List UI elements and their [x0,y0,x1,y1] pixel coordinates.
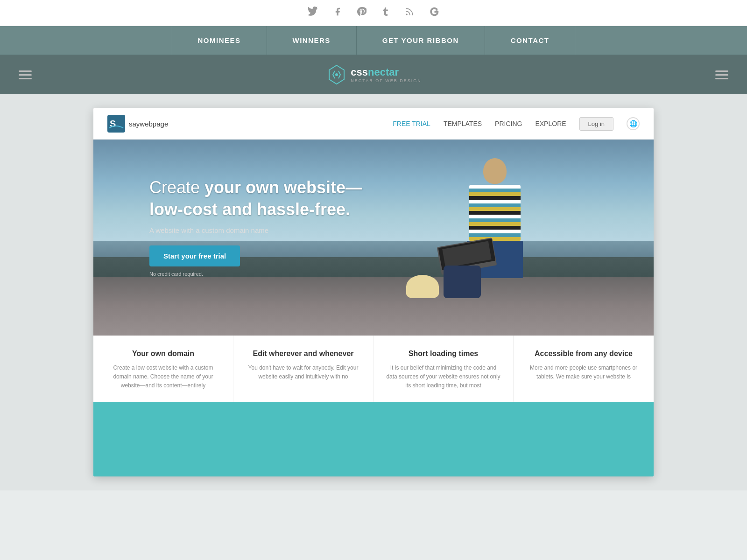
teal-bottom-section [93,402,654,476]
feature-domain: Your own domain Create a low-cost websit… [93,336,233,402]
preview-nav-explore[interactable]: EXPLORE [535,120,566,127]
site-header: cssnectar NECTAR OF WEB DESIGN [0,55,747,94]
nav-ribbon[interactable]: GET YOUR RIBBON [357,26,485,55]
feature-accessible-title: Accessible from any device [525,350,642,358]
main-content: S saywebpage FREE TRIAL TEMPLATES PRICIN… [0,94,747,490]
preview-login-button[interactable]: Log in [579,117,613,131]
nav-nominees[interactable]: NOMINEES [172,26,267,55]
hero-subtitle: A website with a custom domain name [149,226,362,234]
pinterest-icon[interactable] [357,7,366,19]
feature-edit-title: Edit wherever and whenever [245,350,362,358]
rss-icon[interactable] [405,7,414,19]
social-bar [0,0,747,26]
preview-nav-links: FREE TRIAL TEMPLATES PRICING EXPLORE Log… [393,117,640,131]
preview-window: S saywebpage FREE TRIAL TEMPLATES PRICIN… [93,108,654,476]
feature-loading-title: Short loading times [385,350,502,358]
hero-credit-text: No credit card required. [149,271,362,277]
facebook-icon[interactable] [333,7,342,19]
saywebpage-logo-icon: S [107,115,125,133]
hamburger-menu-right[interactable] [715,70,728,79]
feature-edit: Edit wherever and whenever You don't hav… [233,336,374,402]
preview-nav-pricing[interactable]: PRICING [495,120,522,127]
logo-cssnectar-text: cssnectar [351,66,399,78]
googleplus-icon[interactable] [429,7,439,19]
hamburger-menu-left[interactable] [19,70,32,79]
preview-nav-free-trial[interactable]: FREE TRIAL [393,120,430,127]
hero-section: Create your own website— low-cost and ha… [93,140,654,336]
feature-loading: Short loading times It is our belief tha… [374,336,514,402]
nav-winners[interactable]: WINNERS [267,26,357,55]
globe-icon[interactable]: 🌐 [627,117,640,130]
hero-content: Create your own website— low-cost and ha… [149,177,362,277]
preview-nav-templates[interactable]: TEMPLATES [444,120,482,127]
hero-title: Create your own website— low-cost and ha… [149,177,362,221]
props-area [406,266,481,298]
feature-domain-title: Your own domain [105,350,222,358]
logo-tagline: NECTAR OF WEB DESIGN [351,78,421,83]
svg-point-0 [406,14,408,15]
dock-bg [93,277,654,336]
features-section: Your own domain Create a low-cost websit… [93,336,654,402]
feature-edit-desc: You don't have to wait for anybody. Edit… [245,364,362,381]
feature-domain-desc: Create a low-cost website with a custom … [105,364,222,391]
nav-contact[interactable]: CONTACT [485,26,576,55]
preview-site-logo: S saywebpage [107,115,168,133]
main-nav: NOMINEES WINNERS GET YOUR RIBBON CONTACT [0,26,747,55]
preview-nav: S saywebpage FREE TRIAL TEMPLATES PRICIN… [93,108,654,140]
preview-logo-name: saywebpage [129,120,168,128]
svg-point-2 [335,73,338,76]
feature-accessible-desc: More and more people use smartphones or … [525,364,642,381]
feature-loading-desc: It is our belief that minimizing the cod… [385,364,502,391]
hero-cta-button[interactable]: Start your free trial [149,245,240,266]
tumblr-icon[interactable] [381,7,390,19]
cssnectar-logo-icon [325,63,348,86]
twitter-icon[interactable] [308,7,318,19]
site-logo[interactable]: cssnectar NECTAR OF WEB DESIGN [325,63,421,86]
feature-accessible: Accessible from any device More and more… [514,336,654,402]
